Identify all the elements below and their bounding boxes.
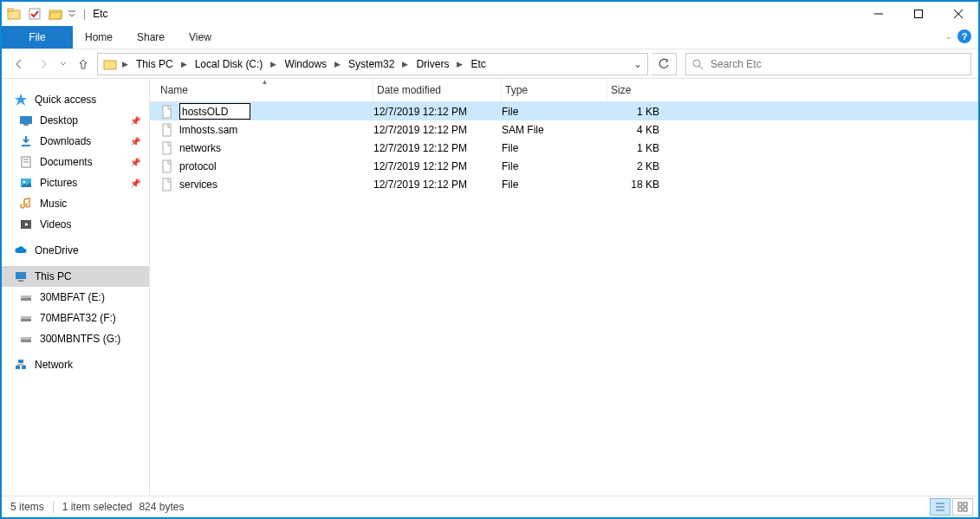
nav-pictures[interactable]: Pictures📌 [2, 172, 149, 193]
chevron-right-icon[interactable]: ▶ [399, 60, 412, 68]
file-size: 1 KB [607, 106, 666, 118]
tab-view[interactable]: View [177, 26, 224, 49]
nav-drive-f[interactable]: 70MBFAT32 (F:) [2, 308, 149, 328]
svg-line-11 [699, 66, 703, 69]
nav-label: OneDrive [35, 244, 79, 256]
bc-local-disk[interactable]: Local Disk (C:) [191, 55, 268, 74]
file-row[interactable]: protocol12/7/2019 12:12 PMFile2 KB [150, 157, 978, 175]
file-type: File [502, 178, 607, 191]
chevron-right-icon[interactable]: ▶ [453, 60, 466, 68]
nav-this-pc[interactable]: This PC [2, 266, 149, 287]
up-button[interactable] [73, 54, 94, 75]
navigation-pane[interactable]: Quick access Desktop📌 Downloads📌 Documen… [2, 79, 150, 496]
nav-label: 30MBFAT (E:) [40, 291, 105, 303]
file-row[interactable]: lmhosts.sam12/7/2019 12:12 PMSAM File4 K… [150, 120, 978, 139]
search-box[interactable] [685, 53, 971, 75]
folder-icon [103, 57, 117, 71]
videos-icon [19, 217, 33, 231]
search-input[interactable] [709, 57, 970, 71]
nav-label: Downloads [40, 135, 91, 147]
network-icon [14, 358, 28, 372]
nav-label: Music [40, 198, 67, 210]
pc-icon [14, 269, 28, 283]
nav-downloads[interactable]: Downloads📌 [2, 131, 149, 152]
file-size: 2 KB [607, 160, 666, 172]
qat-dropdown-icon[interactable] [66, 3, 78, 24]
recent-locations-button[interactable] [57, 54, 69, 75]
chevron-right-icon[interactable]: ▶ [178, 60, 191, 68]
file-icon [160, 178, 174, 191]
tab-home[interactable]: Home [73, 26, 125, 49]
nav-label: Pictures [40, 177, 77, 189]
nav-documents[interactable]: Documents📌 [2, 152, 149, 172]
nav-label: This PC [35, 270, 72, 282]
nav-drive-g[interactable]: 300MBNTFS (G:) [2, 328, 149, 349]
documents-icon [19, 155, 33, 169]
maximize-button[interactable] [899, 2, 938, 26]
nav-videos[interactable]: Videos [2, 214, 149, 235]
bc-windows[interactable]: Windows [280, 55, 331, 74]
svg-point-10 [693, 60, 700, 67]
file-type: SAM File [502, 124, 607, 136]
bc-system32[interactable]: System32 [344, 55, 399, 74]
tab-share[interactable]: Share [125, 26, 177, 49]
status-size: 824 bytes [139, 501, 184, 513]
bc-this-pc[interactable]: This PC [132, 55, 178, 74]
file-row[interactable]: services12/7/2019 12:12 PMFile18 KB [150, 175, 978, 193]
back-button[interactable] [9, 54, 29, 75]
refresh-button[interactable] [652, 53, 677, 75]
file-row[interactable]: hostsOLD12/7/2019 12:12 PMFile1 KB [150, 102, 978, 120]
close-button[interactable] [938, 2, 978, 26]
svg-rect-23 [16, 272, 26, 279]
quick-access-toolbar [2, 3, 78, 24]
file-tab[interactable]: File [2, 26, 73, 49]
drive-icon [19, 290, 33, 304]
bc-drivers[interactable]: Drivers [412, 55, 453, 74]
nav-drive-e[interactable]: 30MBFAT (E:) [2, 287, 149, 308]
file-name: networks [179, 142, 221, 154]
nav-onedrive[interactable]: OneDrive [2, 240, 149, 261]
nav-quick-access[interactable]: Quick access [2, 89, 149, 110]
minimize-button[interactable] [859, 2, 899, 26]
svg-rect-44 [958, 508, 962, 511]
svg-rect-32 [22, 366, 26, 369]
svg-rect-36 [163, 142, 171, 154]
nav-desktop[interactable]: Desktop📌 [2, 110, 149, 131]
svg-rect-14 [23, 124, 29, 126]
col-type[interactable]: Type [502, 79, 607, 101]
address-dropdown-icon[interactable]: ⌄ [630, 58, 646, 70]
nav-network[interactable]: Network [2, 354, 149, 375]
file-row[interactable]: networks12/7/2019 12:12 PMFile1 KB [150, 139, 978, 157]
col-date[interactable]: Date modified [373, 79, 502, 101]
folder-open-icon[interactable] [45, 3, 66, 24]
chevron-right-icon[interactable]: ▶ [119, 60, 132, 68]
svg-rect-38 [163, 178, 171, 191]
svg-marker-4 [49, 12, 62, 19]
col-name[interactable]: Name▲ [150, 79, 373, 101]
bc-etc[interactable]: Etc [466, 55, 490, 74]
nav-label: 300MBNTFS (G:) [40, 333, 120, 345]
file-icon [160, 141, 174, 155]
svg-rect-45 [964, 508, 967, 511]
chevron-right-icon[interactable]: ▶ [267, 60, 280, 68]
pictures-icon [19, 176, 33, 190]
pin-icon: 📌 [130, 158, 140, 167]
rename-input[interactable]: hostsOLD [179, 103, 250, 120]
address-breadcrumb[interactable]: ▶ This PC▶ Local Disk (C:)▶ Windows▶ Sys… [97, 53, 648, 75]
ribbon-expand-icon[interactable]: ⌄ [945, 32, 952, 41]
svg-rect-37 [163, 160, 171, 172]
help-icon[interactable]: ? [957, 29, 971, 43]
col-size[interactable]: Size [607, 79, 666, 101]
nav-music[interactable]: Music [2, 193, 149, 214]
file-list[interactable]: hostsOLD12/7/2019 12:12 PMFile1 KBlmhost… [150, 102, 978, 496]
svg-rect-30 [21, 337, 31, 340]
pin-icon: 📌 [130, 178, 140, 188]
file-icon [160, 159, 174, 173]
nav-label: Desktop [40, 114, 78, 127]
large-icons-view-button[interactable] [952, 498, 973, 516]
status-count: 5 items [10, 501, 44, 513]
details-view-button[interactable] [930, 498, 951, 516]
chevron-right-icon[interactable]: ▶ [331, 60, 344, 68]
properties-icon[interactable] [24, 3, 45, 24]
forward-button[interactable] [33, 54, 54, 75]
